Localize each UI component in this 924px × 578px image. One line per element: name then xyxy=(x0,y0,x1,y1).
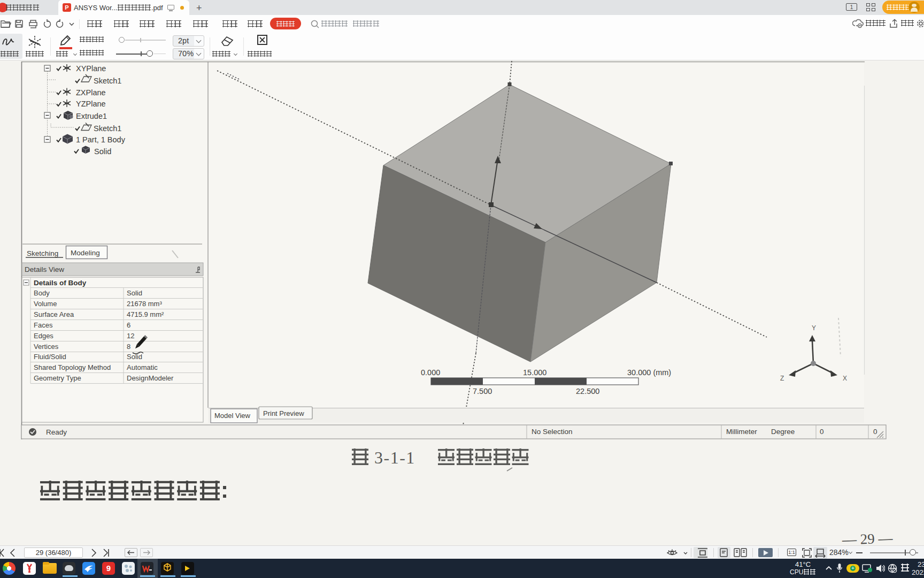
svg-text:Geometry Type: Geometry Type xyxy=(34,374,81,382)
svg-text:Details of Body: Details of Body xyxy=(34,279,87,287)
svg-text:Ready: Ready xyxy=(46,428,67,436)
svg-text:Modeling: Modeling xyxy=(71,249,100,257)
svg-text:Volume: Volume xyxy=(34,300,57,308)
svg-text:Automatic: Automatic xyxy=(127,363,158,371)
svg-text:ZXPlane: ZXPlane xyxy=(76,88,106,97)
svg-text:Solid: Solid xyxy=(94,147,111,156)
svg-text:12: 12 xyxy=(127,332,134,340)
svg-text:Sketching: Sketching xyxy=(27,249,58,257)
svg-text:30.000 (mm): 30.000 (mm) xyxy=(627,368,671,377)
svg-text:Print Preview: Print Preview xyxy=(263,409,304,417)
svg-text:0: 0 xyxy=(873,428,877,436)
svg-text:No Selection: No Selection xyxy=(532,428,573,436)
svg-text:Fluid/Solid: Fluid/Solid xyxy=(34,353,66,361)
svg-text:Millimeter: Millimeter xyxy=(726,428,757,436)
svg-text:7.500: 7.500 xyxy=(473,387,492,396)
svg-text:8: 8 xyxy=(127,343,130,351)
svg-text:6: 6 xyxy=(127,321,130,329)
svg-text:Surface Area: Surface Area xyxy=(34,310,74,318)
svg-text:21678 mm³: 21678 mm³ xyxy=(127,300,162,308)
svg-text:15.000: 15.000 xyxy=(523,368,546,377)
svg-text:22.500: 22.500 xyxy=(576,387,599,396)
svg-text:DesignModeler: DesignModeler xyxy=(127,374,174,382)
svg-text:Extrude1: Extrude1 xyxy=(76,112,107,120)
svg-text:Degree: Degree xyxy=(771,428,795,436)
svg-text:XYPlane: XYPlane xyxy=(76,64,106,73)
svg-text:Vertices: Vertices xyxy=(34,343,59,351)
svg-text:Body: Body xyxy=(34,289,50,297)
svg-text:Model View: Model View xyxy=(214,412,251,420)
svg-text:X: X xyxy=(843,375,847,382)
svg-text:Y: Y xyxy=(812,324,816,332)
svg-text:— 29 —: — 29 — xyxy=(841,530,893,545)
svg-text:Details View: Details View xyxy=(25,265,64,273)
svg-text:Solid: Solid xyxy=(127,289,142,297)
svg-text:4715.9 mm²: 4715.9 mm² xyxy=(127,310,164,318)
svg-text:Edges: Edges xyxy=(34,332,53,340)
svg-text:Z: Z xyxy=(780,375,784,382)
svg-text:Sketch1: Sketch1 xyxy=(94,77,121,85)
svg-text:YZPlane: YZPlane xyxy=(76,100,106,108)
svg-text:Sketch1: Sketch1 xyxy=(94,124,121,133)
svg-text:Faces: Faces xyxy=(34,321,53,329)
svg-text:0.000: 0.000 xyxy=(421,368,440,377)
svg-text:0: 0 xyxy=(820,428,824,436)
svg-text:3-1-1: 3-1-1 xyxy=(374,448,415,467)
svg-text:1 Part, 1 Body: 1 Part, 1 Body xyxy=(76,135,126,144)
svg-text:Shared Topology Method: Shared Topology Method xyxy=(34,363,111,371)
